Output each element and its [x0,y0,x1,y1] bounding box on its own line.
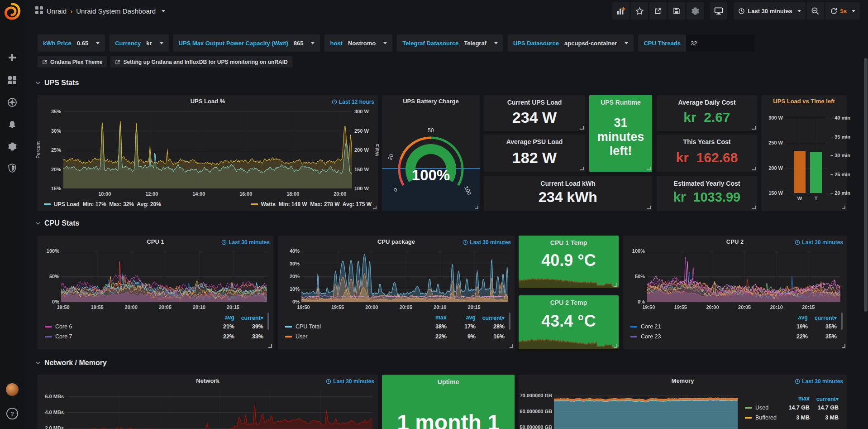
legend-column-header[interactable]: avg [779,314,808,321]
variable-ups-max-output-power-capacity-watt[interactable]: UPS Max Output Power Capacity (Watt)865 [173,34,320,52]
panel-time-range[interactable]: Last 30 minutes [463,239,511,246]
variable-kwh-price[interactable]: kWh Price0.65 [38,34,105,52]
settings-gear-button[interactable] [687,2,704,19]
variable-value[interactable]: Telegraf [464,40,486,47]
time-range-picker[interactable]: Last 30 minutes [734,2,805,19]
legend-series-name[interactable]: Core 21 [641,323,661,330]
variable-value[interactable]: kr [146,40,152,47]
variable-value[interactable]: apcupsd-container [564,40,617,47]
bar-t[interactable] [810,152,822,193]
y-tick: 250 W [354,128,369,134]
help-icon[interactable]: ? [0,406,24,421]
star-button[interactable] [631,2,648,19]
stat-estimated-yearly-cost[interactable]: Estimated Yearly Cost kr 1033.99 [657,176,757,211]
kiosk-monitor-button[interactable] [710,2,727,19]
legend-column-header[interactable]: current▾ [810,395,839,402]
panel-time-range[interactable]: Last 30 minutes [326,378,374,385]
bar-w[interactable] [794,151,806,193]
panel-time-range[interactable]: Last 12 hours [332,99,374,105]
stat-current-ups-load[interactable]: Current UPS Load 234 W [484,95,585,131]
legend-column-header[interactable]: max [418,314,447,321]
refresh-button[interactable]: 5s [825,2,860,19]
panel-time-range[interactable]: Last 30 minutes [221,239,270,246]
stat-current-load-kwh[interactable]: Current Load kWh 234 kWh [484,176,652,211]
stat-uptime[interactable]: Uptime 1 month 1 [382,375,515,429]
panel-title[interactable]: UPS Load % [38,98,378,105]
legend-column-header[interactable]: avg [205,314,234,321]
stat-average-daily-cost[interactable]: Average Daily Cost kr 2.67 [657,95,757,131]
save-button[interactable] [668,2,685,19]
legend-value: 16% [476,333,505,340]
legend-series-name[interactable]: UPS Load [54,201,80,207]
legend-series-name[interactable]: User [296,333,307,340]
panel-time-range[interactable]: Last 30 minutes [795,239,843,246]
zoom-out-button[interactable] [807,2,824,19]
variable-telegraf-datasource[interactable]: Telegraf DatasourceTelegraf [397,34,503,52]
variable-value[interactable]: 865 [294,40,304,47]
user-avatar[interactable] [0,382,24,397]
variable-host[interactable]: hostNostromo [324,34,392,52]
legend-series-name[interactable]: Watts [261,201,276,207]
legend-series-name[interactable]: CPU Total [296,323,321,330]
dashboard-links-row: Grafana Plex Theme Setting up Grafana an… [38,56,292,67]
refresh-interval-label[interactable]: 5s [840,8,847,14]
legend-scrollbar[interactable] [841,313,843,330]
page-scrollbar[interactable] [864,58,868,312]
stat-cpu2-temp[interactable]: CPU 2 Temp 43.4 °C [519,295,619,349]
variable-value[interactable]: Nostromo [348,40,376,47]
create-plus-icon[interactable] [0,50,24,65]
legend-item: UPS LoadMin: 17% Max: 32% Avg: 20% [44,201,161,207]
stat-average-psu-load[interactable]: Average PSU Load 182 W [484,135,585,172]
legend-series-name[interactable]: Core 6 [55,323,72,330]
variable-value[interactable]: 0.65 [77,40,88,47]
cpu2-chart[interactable] [647,251,840,302]
breadcrumb-page[interactable]: Unraid System Dashboard [76,7,156,15]
section-network-memory[interactable]: Network / Memory [35,359,107,367]
cpu1-chart[interactable] [61,251,267,302]
ups-load-chart[interactable] [63,111,352,188]
legend-column-header[interactable]: current▾ [234,314,263,321]
panel-time-range[interactable]: Last 30 minutes [795,378,843,385]
panel-ups-load: UPS Load % Last 12 hours Percent Watts 3… [38,95,378,211]
variable-cpu-threads[interactable]: CPU Threads32 [638,34,754,52]
configuration-gear-icon[interactable] [0,139,24,154]
network-chart[interactable] [67,390,372,429]
stat-cpu1-temp[interactable]: CPU 1 Temp 40.9 °C [519,236,619,288]
legend-series-name[interactable]: Core 23 [641,333,661,340]
stat-ups-runtime[interactable]: UPS Runtime 31 minutes left! [589,95,652,172]
memory-chart[interactable] [554,390,738,429]
dashboard-link[interactable]: Setting up Grafana and InfluxDB for UPS … [110,56,292,67]
battery-gauge[interactable]: 02050100 [386,125,476,204]
share-button[interactable] [649,2,667,19]
variable-currency[interactable]: Currencykr [110,34,168,52]
panel-title[interactable]: UPS Battery Charge [382,98,480,105]
breadcrumb-app[interactable]: Unraid [47,7,67,15]
legend-column-header[interactable]: max [781,395,810,402]
section-cpu-stats[interactable]: CPU Stats [35,219,79,227]
legend-column-header[interactable]: avg [447,314,476,321]
legend-series-name[interactable]: Used [755,405,768,411]
legend-scrollbar[interactable] [267,313,269,330]
add-panel-button[interactable] [612,2,630,19]
cpu-package-chart[interactable] [301,251,508,302]
breadcrumb[interactable]: Unraid › Unraid System Dashboard [35,6,165,15]
section-ups-stats[interactable]: UPS Stats [35,79,79,87]
legend-scrollbar[interactable] [509,313,510,330]
y-tick: 0% [292,299,300,304]
x-tick: 19:50 [297,304,310,310]
variable-input[interactable]: 32 [686,34,754,52]
server-admin-shield-icon[interactable] [0,160,24,176]
stat-this-years-cost[interactable]: This Years Cost kr 162.68 [657,135,757,172]
alerting-bell-icon[interactable] [0,117,24,132]
legend-series-name[interactable]: Buffered [755,415,777,421]
dashboards-icon[interactable] [0,72,24,88]
dashboard-link[interactable]: Grafana Plex Theme [38,56,107,67]
panel-title[interactable]: UPS Load vs Time left [761,98,847,105]
grafana-logo-icon[interactable] [3,2,21,20]
variable-ups-datasource[interactable]: UPS Datasourceapcupsd-container [508,34,634,52]
explore-compass-icon[interactable] [0,95,24,110]
legend-series-name[interactable]: Core 7 [55,333,72,340]
legend-column-header[interactable]: current▾ [808,314,837,321]
legend-column-header[interactable]: current▾ [476,314,505,321]
x-tick: 20:15 [227,304,239,310]
